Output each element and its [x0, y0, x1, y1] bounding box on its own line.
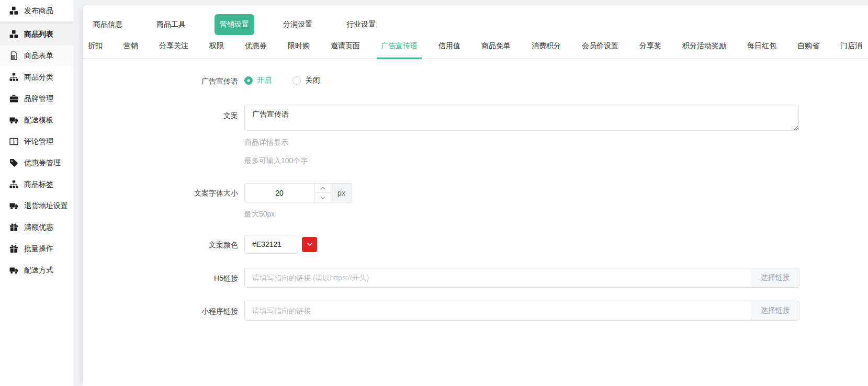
- secondary-tab-4[interactable]: 优惠券: [245, 35, 267, 58]
- copy-row: 文案 广告宣传语 商品详情显示 最多可输入100个字: [83, 105, 868, 166]
- stepper-down-button[interactable]: [314, 193, 331, 202]
- mini-link-group: 选择链接: [244, 301, 799, 321]
- secondary-tabs: 折扣营销分享关注权限优惠券限时购邀请页面广告宣传语信用值商品免单消费积分会员价设…: [83, 35, 868, 59]
- mini-link-row: 小程序链接 选择链接: [83, 301, 868, 321]
- primary-tab-0[interactable]: 商品信息: [88, 14, 128, 35]
- truck-icon: [9, 266, 18, 275]
- font-size-label: 文案字体大小: [83, 183, 244, 199]
- copy-help-maxlen: 最多可输入100个字: [244, 156, 799, 166]
- copy-help-display: 商品详情显示: [244, 138, 799, 147]
- font-size-stepper: [314, 184, 331, 202]
- font-size-control: px 最大50px: [244, 183, 352, 219]
- sidebar-item-label: 批量操作: [24, 244, 53, 254]
- h5-link-input[interactable]: [244, 268, 751, 288]
- primary-tabs: 商品信息商品工具营销设置分润设置行业设置: [83, 5, 868, 35]
- main-content-card: 商品信息商品工具营销设置分润设置行业设置 折扣营销分享关注权限优惠券限时购邀请页…: [83, 5, 868, 386]
- sidebar-item-8[interactable]: 商品标签: [0, 174, 73, 195]
- font-size-input[interactable]: [245, 184, 314, 202]
- secondary-tab-2[interactable]: 分享关注: [159, 35, 188, 58]
- gift-icon: [9, 223, 18, 232]
- sidebar: 发布商品商品列表商品表单商品分类品牌管理配送模板评论管理优惠券管理商品标签退货地…: [0, 0, 73, 386]
- tag-icon: [9, 158, 18, 167]
- secondary-tab-13[interactable]: 积分活动奖励: [682, 35, 726, 58]
- sidebar-item-label: 评论管理: [24, 137, 53, 146]
- radio-unchecked-icon: [292, 76, 301, 85]
- ad-slogan-form: 广告宣传语 开启 关闭 文案 广告宣传语 商品详情显示 最多可输入100个字: [83, 59, 868, 321]
- sidebar-item-0[interactable]: 发布商品: [0, 0, 73, 21]
- secondary-tab-12[interactable]: 分享奖: [639, 35, 661, 58]
- font-size-row: 文案字体大小 px: [83, 183, 868, 219]
- color-value-input[interactable]: [244, 235, 298, 254]
- sidebar-menu: 发布商品商品列表商品表单商品分类品牌管理配送模板评论管理优惠券管理商品标签退货地…: [0, 0, 73, 281]
- secondary-tab-1[interactable]: 营销: [123, 35, 138, 58]
- file-x-icon: [9, 51, 18, 60]
- sidebar-item-2[interactable]: 商品表单: [0, 45, 73, 66]
- sidebar-item-10[interactable]: 满额优惠: [0, 217, 73, 238]
- sidebar-item-label: 优惠券管理: [24, 158, 61, 168]
- ad-slogan-row: 广告宣传语 开启 关闭: [83, 75, 868, 87]
- sidebar-item-1[interactable]: 商品列表: [0, 24, 73, 45]
- sidebar-item-5[interactable]: 配送模板: [0, 109, 73, 131]
- ad-slogan-label: 广告宣传语: [83, 75, 244, 87]
- sidebar-item-4[interactable]: 品牌管理: [0, 88, 73, 109]
- gift-icon: [9, 244, 18, 253]
- radio-option-off[interactable]: 关闭: [292, 76, 320, 85]
- sidebar-item-3[interactable]: 商品分类: [0, 66, 73, 88]
- stepper-up-button[interactable]: [314, 184, 331, 193]
- columns-icon: [9, 137, 18, 146]
- sidebar-item-12[interactable]: 配送方式: [0, 259, 73, 281]
- cubes-icon: [9, 30, 18, 39]
- copy-textarea[interactable]: 广告宣传语: [244, 105, 799, 131]
- radio-option-on[interactable]: 开启: [244, 76, 272, 85]
- mini-link-label: 小程序链接: [83, 301, 244, 317]
- secondary-tab-15[interactable]: 自购省: [797, 35, 819, 58]
- sidebar-item-11[interactable]: 批量操作: [0, 238, 73, 259]
- sidebar-item-label: 配送方式: [24, 266, 53, 275]
- sidebar-item-label: 发布商品: [24, 6, 53, 16]
- secondary-tab-0[interactable]: 折扣: [88, 35, 103, 58]
- sidebar-item-label: 商品表单: [24, 51, 53, 61]
- secondary-tab-10[interactable]: 消费积分: [532, 35, 561, 58]
- copy-label: 文案: [83, 105, 244, 122]
- primary-tab-3[interactable]: 分润设置: [278, 14, 318, 35]
- secondary-tab-16[interactable]: 门店消: [840, 35, 862, 58]
- secondary-tab-5[interactable]: 限时购: [288, 35, 310, 58]
- truck-icon: [9, 116, 18, 124]
- sidebar-item-6[interactable]: 评论管理: [0, 131, 73, 152]
- cubes-icon: [9, 6, 18, 15]
- secondary-tab-11[interactable]: 会员价设置: [582, 35, 618, 58]
- briefcase-icon: [9, 94, 18, 103]
- sidebar-item-9[interactable]: 退货地址设置: [0, 195, 73, 217]
- sidebar-item-label: 品牌管理: [24, 94, 53, 104]
- sidebar-item-label: 配送模板: [24, 116, 53, 125]
- mini-choose-link-button[interactable]: 选择链接: [751, 301, 799, 321]
- truck-icon: [9, 201, 18, 210]
- secondary-tab-7[interactable]: 广告宣传语: [381, 35, 418, 58]
- sitemap-icon: [9, 180, 18, 189]
- chevron-up-icon: [320, 187, 325, 190]
- sitemap-icon: [9, 73, 18, 82]
- secondary-tab-6[interactable]: 邀请页面: [331, 35, 360, 58]
- sidebar-item-label: 满额优惠: [24, 223, 53, 232]
- font-size-input-box: [244, 183, 331, 202]
- copy-control: 广告宣传语 商品详情显示 最多可输入100个字: [244, 105, 799, 166]
- sidebar-item-label: 商品标签: [24, 180, 53, 189]
- h5-link-row: H5链接 选择链接: [83, 268, 868, 288]
- secondary-tab-8[interactable]: 信用值: [438, 35, 460, 58]
- color-control: [244, 235, 317, 254]
- h5-choose-link-button[interactable]: 选择链接: [751, 268, 799, 288]
- color-picker-button[interactable]: [302, 237, 317, 252]
- color-row: 文案颜色: [83, 235, 868, 254]
- mini-link-input[interactable]: [244, 301, 751, 321]
- sidebar-item-label: 商品分类: [24, 73, 53, 82]
- radio-checked-icon: [244, 76, 253, 85]
- h5-link-group: 选择链接: [244, 268, 799, 288]
- primary-tab-4[interactable]: 行业设置: [341, 14, 381, 35]
- primary-tab-2[interactable]: 营销设置: [215, 14, 254, 35]
- secondary-tab-9[interactable]: 商品免单: [481, 35, 511, 58]
- sidebar-item-7[interactable]: 优惠券管理: [0, 152, 73, 174]
- font-size-unit: px: [331, 183, 352, 202]
- primary-tab-1[interactable]: 商品工具: [151, 14, 191, 35]
- secondary-tab-14[interactable]: 每日红包: [747, 35, 776, 58]
- secondary-tab-3[interactable]: 权限: [209, 35, 224, 58]
